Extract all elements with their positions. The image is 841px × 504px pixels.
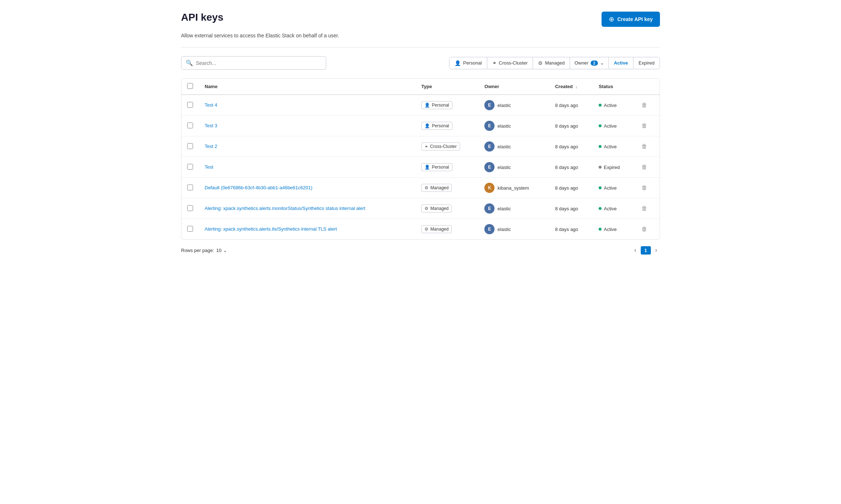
rows-per-page: Rows per page: 10 ⌄ — [181, 248, 227, 253]
delete-button[interactable]: 🗑 — [640, 142, 649, 151]
api-keys-table: Name Type Owner Created ↓ Status Test 4 … — [181, 78, 660, 240]
filter-cross-cluster-button[interactable]: ⚭ Cross-Cluster — [487, 57, 533, 69]
filter-personal-button[interactable]: 👤 Personal — [450, 57, 487, 69]
page-title: API keys — [181, 12, 223, 23]
status-dot — [599, 228, 602, 231]
api-key-name-link[interactable]: Alerting: xpack.synthetics.alerts.tls/Sy… — [205, 226, 410, 232]
type-badge: ⚙ Managed — [421, 205, 452, 212]
table-row: Default (0e67686b-63cf-4b30-abb1-a46be61… — [181, 178, 660, 198]
row-checkbox[interactable] — [187, 226, 193, 232]
search-box: 🔍 — [181, 56, 326, 70]
row-checkbox[interactable] — [187, 205, 193, 211]
cross-cluster-icon: ⚭ — [492, 60, 497, 66]
table-row: Test 3 👤 Personal E elastic 8 days ago A… — [181, 116, 660, 136]
owner-name: elastic — [497, 103, 511, 108]
type-icon: 👤 — [424, 103, 430, 108]
page-nav: ‹ 1 › — [631, 245, 660, 255]
delete-button[interactable]: 🗑 — [640, 121, 649, 131]
row-checkbox[interactable] — [187, 102, 193, 108]
next-page-button[interactable]: › — [652, 245, 660, 255]
status-cell: Active — [599, 185, 628, 191]
avatar: E — [484, 141, 495, 152]
type-icon: ⚙ — [424, 206, 428, 211]
api-key-name-link[interactable]: Test — [205, 164, 410, 170]
status-dot — [599, 145, 602, 148]
owner-name: elastic — [497, 227, 511, 232]
avatar: E — [484, 162, 495, 172]
rows-per-page-select[interactable]: 10 ⌄ — [216, 248, 227, 253]
prev-page-button[interactable]: ‹ — [631, 245, 639, 255]
type-badge: ⚭ Cross-Cluster — [421, 142, 460, 150]
api-key-name-link[interactable]: Default (0e67686b-63cf-4b30-abb1-a46be61… — [205, 185, 410, 191]
status-cell: Active — [599, 206, 628, 211]
status-cell: Active — [599, 123, 628, 129]
type-icon: ⚭ — [424, 144, 428, 149]
type-label: Personal — [432, 165, 449, 170]
owner-count-badge: 2 — [591, 61, 598, 66]
type-label: Managed — [430, 185, 448, 190]
avatar: E — [484, 121, 495, 131]
type-label: Managed — [430, 227, 448, 232]
table-row: Test 4 👤 Personal E elastic 8 days ago A… — [181, 95, 660, 116]
owner-name: elastic — [497, 123, 511, 129]
status-label: Active — [604, 123, 616, 129]
delete-button[interactable]: 🗑 — [640, 183, 649, 193]
delete-button[interactable]: 🗑 — [640, 204, 649, 213]
type-badge: 👤 Personal — [421, 163, 452, 171]
create-api-key-button[interactable]: ⊕ Create API key — [602, 12, 660, 27]
status-dot — [599, 166, 602, 169]
chevron-down-icon: ⌄ — [600, 60, 604, 66]
status-label: Active — [604, 206, 616, 211]
filter-managed-button[interactable]: ⚙ Managed — [533, 57, 570, 69]
owner-name: elastic — [497, 206, 511, 211]
delete-button[interactable]: 🗑 — [640, 100, 649, 110]
chevron-down-icon: ⌄ — [223, 248, 227, 253]
row-checkbox[interactable] — [187, 185, 193, 190]
created-cell: 8 days ago — [549, 219, 593, 240]
type-label: Cross-Cluster — [430, 144, 456, 149]
page-header: API keys ⊕ Create API key — [181, 12, 660, 27]
col-name: Name — [199, 79, 415, 95]
status-label: Active — [604, 144, 616, 149]
current-page[interactable]: 1 — [641, 246, 651, 255]
row-checkbox[interactable] — [187, 143, 193, 149]
api-key-name-link[interactable]: Test 2 — [205, 143, 410, 150]
col-actions — [634, 79, 660, 95]
status-dot — [599, 104, 602, 107]
delete-button[interactable]: 🗑 — [640, 224, 649, 234]
created-cell: 8 days ago — [549, 198, 593, 219]
avatar: K — [484, 183, 495, 193]
page-subtitle: Allow external services to access the El… — [181, 33, 660, 38]
type-badge: 👤 Personal — [421, 122, 452, 130]
created-cell: 8 days ago — [549, 95, 593, 116]
avatar: E — [484, 203, 495, 214]
status-cell: Active — [599, 103, 628, 108]
search-input[interactable] — [196, 60, 321, 66]
owner-filter-button[interactable]: Owner 2 ⌄ — [570, 57, 608, 69]
type-icon: 👤 — [424, 165, 430, 170]
filter-expired-button[interactable]: Expired — [633, 57, 660, 69]
status-cell: Active — [599, 144, 628, 149]
col-type: Type — [415, 79, 479, 95]
owner-cell: E elastic — [484, 203, 543, 214]
delete-button[interactable]: 🗑 — [640, 162, 649, 172]
api-key-name-link[interactable]: Test 3 — [205, 123, 410, 129]
row-checkbox[interactable] — [187, 164, 193, 170]
status-dot — [599, 207, 602, 210]
owner-cell: E elastic — [484, 162, 543, 172]
col-created[interactable]: Created ↓ — [549, 79, 593, 95]
type-badge: ⚙ Managed — [421, 184, 452, 192]
person-icon: 👤 — [455, 60, 461, 66]
select-all-checkbox[interactable] — [187, 83, 193, 89]
status-label: Expired — [604, 165, 620, 170]
api-key-name-link[interactable]: Alerting: xpack.synthetics.alerts.monito… — [205, 205, 410, 212]
avatar: E — [484, 100, 495, 110]
filter-active-button[interactable]: Active — [609, 57, 633, 69]
created-cell: 8 days ago — [549, 116, 593, 136]
owner-cell: K kibana_system — [484, 183, 543, 193]
row-checkbox[interactable] — [187, 123, 193, 128]
status-label: Active — [604, 185, 616, 191]
api-key-name-link[interactable]: Test 4 — [205, 102, 410, 108]
type-label: Personal — [432, 123, 449, 128]
pagination: Rows per page: 10 ⌄ ‹ 1 › — [181, 240, 660, 255]
